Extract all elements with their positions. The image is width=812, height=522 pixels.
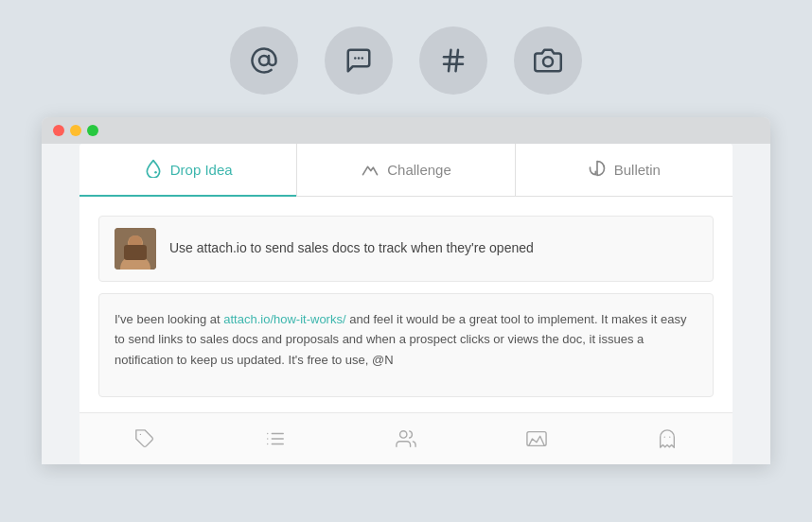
people-toolbar-button[interactable] <box>341 421 471 457</box>
svg-line-7 <box>456 50 459 72</box>
avatar <box>115 228 156 270</box>
tag-toolbar-icon <box>134 428 155 449</box>
post-area: Use attach.io to send sales docs to trac… <box>79 197 733 397</box>
list-toolbar-button[interactable] <box>210 421 341 457</box>
ghost-toolbar-button[interactable] <box>602 421 733 457</box>
post-body-text: I've been looking at attach.io/how-it-wo… <box>115 312 686 367</box>
browser-content: Drop Idea Challenge <box>42 144 770 464</box>
mountain-icon <box>361 159 380 181</box>
browser-window: Drop Idea Challenge <box>42 117 770 464</box>
post-body: I've been looking at attach.io/how-it-wo… <box>98 293 714 397</box>
svg-point-1 <box>354 57 357 60</box>
chat-icon-button[interactable] <box>325 26 393 95</box>
landscape-toolbar-icon <box>526 428 547 449</box>
droplet-icon <box>144 159 163 181</box>
tab-bulletin-label: Bulletin <box>614 162 661 178</box>
hashtag-icon-button[interactable] <box>419 26 487 95</box>
app-card: Drop Idea Challenge <box>79 144 733 464</box>
post-header: Use attach.io to send sales docs to trac… <box>98 216 714 282</box>
ghost-toolbar-icon <box>657 428 678 449</box>
svg-line-6 <box>449 50 451 72</box>
svg-rect-13 <box>124 245 147 260</box>
people-toolbar-icon <box>396 428 416 449</box>
svg-point-9 <box>154 171 157 174</box>
post-title: Use attach.io to send sales docs to trac… <box>169 239 534 258</box>
mention-icon-button[interactable] <box>230 26 298 95</box>
tab-drop-idea-label: Drop Idea <box>170 162 233 178</box>
traffic-light-green[interactable] <box>87 125 98 136</box>
post-body-start: I've been looking at <box>115 312 223 326</box>
tab-drop-idea[interactable]: Drop Idea <box>79 144 297 196</box>
tag-toolbar-button[interactable] <box>79 421 210 457</box>
svg-point-0 <box>259 56 269 65</box>
megaphone-icon <box>588 159 607 181</box>
tab-challenge-label: Challenge <box>387 162 451 178</box>
tab-challenge[interactable]: Challenge <box>297 144 515 196</box>
svg-point-3 <box>362 57 364 60</box>
tab-bar: Drop Idea Challenge <box>79 144 733 197</box>
landscape-toolbar-button[interactable] <box>471 421 602 457</box>
svg-point-2 <box>358 57 361 60</box>
traffic-light-yellow[interactable] <box>70 125 81 136</box>
svg-point-21 <box>400 431 407 438</box>
camera-icon-button[interactable] <box>514 26 582 95</box>
bottom-toolbar <box>79 412 733 464</box>
traffic-light-red[interactable] <box>53 125 64 136</box>
svg-point-8 <box>543 57 553 66</box>
browser-titlebar <box>42 117 770 144</box>
post-link[interactable]: attach.io/how-it-works/ <box>223 312 345 326</box>
list-toolbar-icon <box>265 428 286 449</box>
top-icon-bar <box>0 0 812 117</box>
tab-bulletin[interactable]: Bulletin <box>516 144 733 196</box>
avatar-image <box>115 228 156 270</box>
